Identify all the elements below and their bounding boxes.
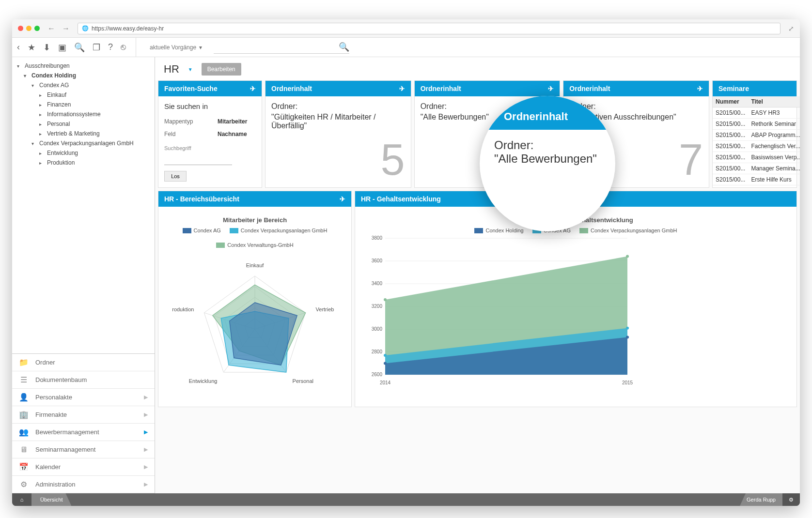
app-toolbar: ‹ ★ ⬇ ▣ 🔍 ❐ ? ⎋ aktuelle Vorgänge ▾ 🔍 — [12, 38, 800, 57]
tree-item[interactable]: Einkauf — [15, 90, 152, 100]
footer-user[interactable]: Gerda Rupp — [740, 493, 782, 506]
sidebar: Ausschreibungen Condex Holding Condex AG… — [12, 57, 155, 493]
home-icon[interactable]: ⌂ — [12, 493, 31, 506]
table-row[interactable]: S2015/00...Erste Hilfe Kurs — [713, 174, 800, 185]
send-icon[interactable]: ✈ — [697, 85, 703, 92]
send-icon[interactable]: ✈ — [399, 85, 405, 92]
folder-count: 5 — [271, 138, 405, 182]
main-content: HR ▼ Bearbeiten Favoriten-Suche ✈ Sie su… — [155, 57, 800, 493]
svg-text:2014: 2014 — [380, 380, 391, 385]
col-nummer[interactable]: Nummer — [713, 96, 748, 107]
nav-icon: 📁 — [19, 358, 29, 367]
workspace: Ausschreibungen Condex Holding Condex AG… — [12, 57, 800, 493]
form-row: Mappentyp Mitarbeiter — [164, 118, 256, 125]
suchbegriff-input[interactable] — [164, 158, 232, 165]
folder-tree: Ausschreibungen Condex Holding Condex AG… — [12, 57, 155, 353]
sidebar-nav-item[interactable]: 👥Bewerbermanagement▶ — [12, 424, 155, 441]
table-row[interactable]: S2015/00...EASY HR3 — [713, 107, 800, 119]
settings-icon[interactable]: ⚙ — [782, 493, 800, 506]
tree-item[interactable]: Personal — [15, 119, 152, 129]
los-button[interactable]: Los — [164, 171, 187, 182]
cell-nummer: S2015/00... — [713, 141, 748, 152]
svg-text:Produktion: Produktion — [172, 306, 194, 312]
table-row[interactable]: S2015/00...Manager Semina... — [713, 163, 800, 174]
table-row[interactable]: S2015/00...ABAP Programm... — [713, 130, 800, 141]
close-window-icon[interactable] — [18, 26, 23, 31]
window-controls — [18, 26, 40, 31]
new-folder-icon[interactable]: ▣ — [58, 42, 66, 53]
card-header: Favoriten-Suche ✈ — [158, 81, 262, 96]
cell-titel: Erste Hilfe Kurs — [748, 174, 800, 185]
sidebar-nav-item[interactable]: 📁Ordner — [12, 354, 155, 371]
col-titel[interactable]: Titel — [748, 96, 800, 107]
card-header: Ordnerinhalt ✈ — [265, 81, 411, 96]
cell-nummer: S2015/00... — [713, 163, 748, 174]
sidebar-nav-item[interactable]: 👤Personalakte▶ — [12, 389, 155, 406]
svg-point-38 — [384, 362, 387, 365]
svg-text:3400: 3400 — [372, 281, 383, 286]
search-icon[interactable]: 🔍 — [339, 42, 349, 52]
cell-titel: Rethorik Seminar — [748, 119, 800, 130]
cell-titel: ABAP Programm... — [748, 130, 800, 141]
svg-point-34 — [384, 298, 387, 301]
global-search-input[interactable] — [214, 44, 339, 50]
back-icon[interactable]: ← — [47, 24, 55, 33]
footer-tab[interactable]: Übersicht — [31, 493, 71, 506]
card-title: Favoriten-Suche — [164, 85, 218, 92]
table-row[interactable]: S2015/00...Fachenglisch Ver... — [713, 141, 800, 152]
maximize-window-icon[interactable] — [34, 26, 40, 31]
tree-item[interactable]: Condex Holding — [15, 71, 152, 80]
suchbegriff-label: Suchbegriff — [164, 145, 256, 151]
logout-icon[interactable]: ⎋ — [121, 42, 126, 52]
area-legend: Condex HoldingCondex AGCondex Verpackung… — [361, 228, 791, 233]
chart-title: Mitarbeiter je Bereich — [164, 216, 345, 224]
card-body: Mitarbeiter je Bereich Condex AGCondex V… — [158, 207, 351, 407]
radar-legend: Condex AGCondex Verpackungsanlagen GmbHC… — [164, 228, 345, 248]
forward-icon[interactable]: → — [62, 24, 70, 33]
card-title: Ordnerinhalt — [271, 85, 312, 92]
back-chevron-icon[interactable]: ‹ — [17, 42, 20, 52]
sidebar-nav-item[interactable]: ☰Dokumentenbaum — [12, 371, 155, 389]
send-icon[interactable]: ✈ — [548, 85, 554, 92]
tree-item[interactable]: Finanzen — [15, 100, 152, 109]
svg-text:2015: 2015 — [622, 380, 633, 385]
title-dropdown-icon[interactable]: ▼ — [188, 67, 193, 72]
dashboard-row-1: Favoriten-Suche ✈ Sie suchen in Mappenty… — [155, 80, 800, 191]
star-icon[interactable]: ★ — [28, 42, 35, 53]
copy-icon[interactable]: ❐ — [93, 42, 100, 53]
sidebar-nav-item[interactable]: 📅Kalender▶ — [12, 458, 155, 476]
svg-point-37 — [626, 327, 629, 330]
nav-icon: 📅 — [19, 462, 29, 472]
tree-item[interactable]: Vertrieb & Marketing — [15, 129, 152, 138]
expand-icon[interactable]: ⤢ — [788, 25, 794, 32]
card-header: Ordnerinhalt ✈ — [563, 81, 709, 96]
edit-button[interactable]: Bearbeiten — [202, 63, 241, 76]
svg-text:Vertrieb: Vertrieb — [316, 306, 334, 312]
toolbar-divider — [136, 38, 136, 57]
sidebar-nav-item[interactable]: ⚙Administration▶ — [12, 476, 155, 493]
tree-root[interactable]: Ausschreibungen — [15, 61, 152, 71]
nav-label: Ordner — [35, 359, 148, 366]
download-icon[interactable]: ⬇ — [43, 42, 50, 53]
send-icon[interactable]: ✈ — [250, 85, 256, 92]
sidebar-nav: 📁Ordner☰Dokumentenbaum👤Personalakte▶🏢Fir… — [12, 353, 155, 493]
svg-text:2800: 2800 — [372, 349, 383, 354]
tree-item[interactable]: Produktion — [15, 158, 152, 168]
svg-text:3800: 3800 — [372, 235, 383, 241]
tree-item[interactable]: Informationssysteme — [15, 109, 152, 119]
table-row[interactable]: S2015/00...Rethorik Seminar — [713, 119, 800, 130]
table-row[interactable]: S2015/00...Basiswissen Verp... — [713, 152, 800, 163]
help-icon[interactable]: ? — [108, 42, 113, 52]
chevron-right-icon: ▶ — [144, 464, 148, 470]
url-bar[interactable]: 🌐 https://www.easy.de/easy-hr — [78, 23, 781, 34]
sidebar-nav-item[interactable]: 🖥Seminarmanagement▶ — [12, 441, 155, 458]
minimize-window-icon[interactable] — [26, 26, 31, 31]
tree-item[interactable]: Condex Verpackungsanlagen GmbH — [15, 138, 152, 148]
send-icon[interactable]: ✈ — [340, 195, 345, 203]
cell-titel: Basiswissen Verp... — [748, 152, 800, 163]
search-scope-dropdown[interactable]: aktuelle Vorgänge ▾ — [146, 42, 206, 53]
tree-item[interactable]: Entwicklung — [15, 148, 152, 158]
search-icon[interactable]: 🔍 — [74, 42, 85, 53]
tree-item[interactable]: Condex AG — [15, 80, 152, 90]
sidebar-nav-item[interactable]: 🏢Firmenakte▶ — [12, 406, 155, 424]
